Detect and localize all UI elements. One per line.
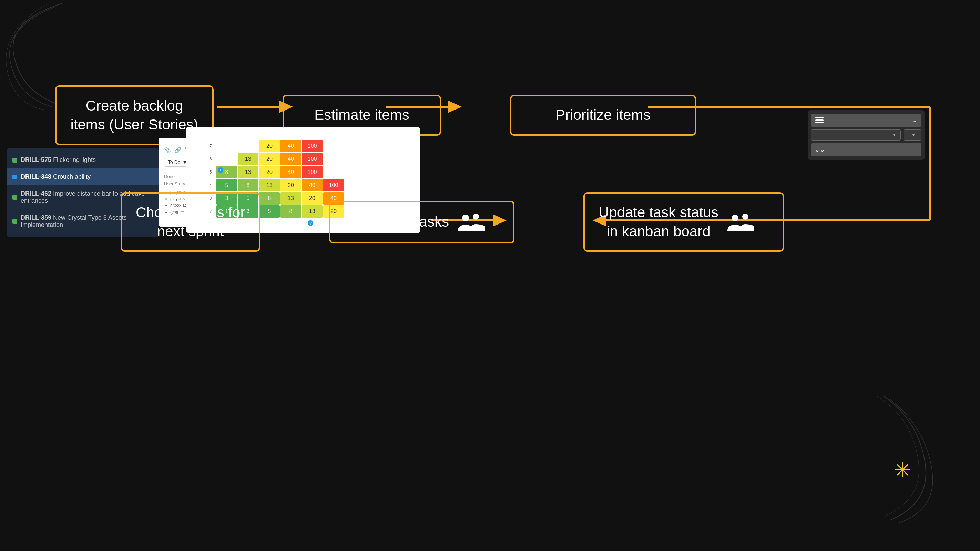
status-dot-blue <box>13 175 17 179</box>
backlog-item-0[interactable]: DRILL-575 Flickering lights <box>7 151 159 168</box>
status-dot-green <box>13 158 17 162</box>
workflow-box-update: Update task statusin kanban board <box>583 192 784 252</box>
hamburger-icon <box>815 117 824 123</box>
priority-card-header: ⌄ <box>811 114 921 127</box>
priority-action-bar: ⌄⌄ <box>811 143 921 156</box>
attach-icon: 📎 <box>164 147 171 153</box>
share-icon: 🔗 <box>174 147 181 153</box>
chevron-down-icon-2: ▼ <box>912 133 916 137</box>
workflow-box-choose: Choose items fornext sprint <box>121 192 260 252</box>
status-dot-green-2 <box>13 195 17 200</box>
svg-point-17 <box>732 214 738 221</box>
status-dot-green-3 <box>13 219 17 224</box>
priority-card: ⌄ ▼ ▼ ⌄⌄ <box>808 110 925 160</box>
people-icon-2 <box>727 212 755 232</box>
people-icon <box>458 212 485 232</box>
priority-chevrons: ⌄ <box>912 116 917 124</box>
chevron-down-icon: ▼ <box>892 133 896 137</box>
deco-bottomright <box>856 392 959 524</box>
svg-point-18 <box>742 213 748 220</box>
complexity-indicator: + <box>218 167 223 173</box>
priority-select[interactable]: ▼ <box>811 130 901 140</box>
priority-value[interactable]: ▼ <box>904 130 921 140</box>
connector-arrows <box>0 0 980 551</box>
svg-point-15 <box>462 214 469 221</box>
svg-point-16 <box>473 213 479 220</box>
workflow-box-subtasks: Create subtasks <box>329 201 514 243</box>
star-decoration: ✳ <box>894 458 911 482</box>
backlog-item-1[interactable]: DRILL-348 Crouch ability <box>7 168 159 185</box>
workflow-box-prioritize: Prioritize items <box>510 95 696 136</box>
priority-selector-row[interactable]: ▼ ▼ <box>811 130 921 140</box>
